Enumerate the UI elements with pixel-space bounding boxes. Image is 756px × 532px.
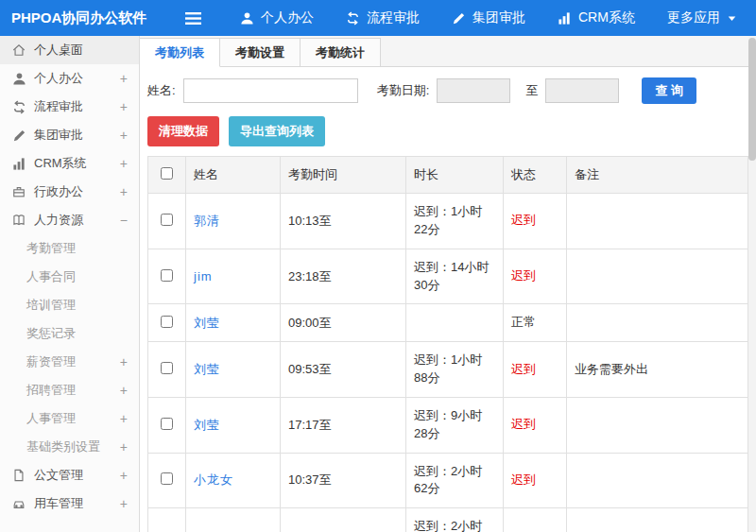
date-to-input[interactable]	[545, 78, 619, 103]
expand-toggle-icon[interactable]: +	[120, 384, 128, 397]
expand-toggle-icon[interactable]: +	[120, 157, 128, 170]
expand-toggle-icon[interactable]: +	[120, 100, 128, 113]
table-row: 管理员10:54至10:54迟到：2小时90分 早退：7小时10分迟到/早退11…	[148, 508, 748, 532]
date-from-input[interactable]	[437, 78, 510, 103]
attendance-time: 17:17至	[281, 397, 406, 453]
note-text	[567, 249, 748, 304]
topnav-item-0[interactable]: 个人办公	[224, 0, 330, 36]
row-checkbox[interactable]	[161, 418, 173, 430]
employee-name-link[interactable]: 刘莹	[194, 418, 220, 432]
note-text	[567, 194, 748, 249]
date-filter-label: 考勤日期:	[377, 82, 430, 99]
topnav-item-1[interactable]: 流程审批	[330, 0, 436, 36]
main-content: 考勤列表考勤设置考勤统计 姓名: 考勤日期: 至 查 询 清理数据 导出查询列表	[140, 36, 756, 532]
sidebar-item-label: 人事合同	[26, 268, 128, 285]
row-checkbox[interactable]	[161, 362, 173, 374]
note-text	[567, 453, 748, 508]
expand-toggle-icon[interactable]: +	[120, 497, 128, 510]
status-text: 迟到	[504, 249, 567, 304]
employee-name-link[interactable]: 郭清	[194, 214, 220, 228]
filter-bar: 姓名: 考勤日期: 至 查 询	[140, 67, 748, 114]
sidebar-item-label: 人事管理	[26, 410, 120, 427]
sidebar-item-14[interactable]: 基础类别设置+	[0, 433, 139, 461]
sidebar-item-8[interactable]: 人事合同	[0, 263, 139, 291]
sidebar-item-2[interactable]: 流程审批+	[0, 93, 139, 121]
topnav-item-4[interactable]: 更多应用	[651, 0, 753, 36]
attendance-table-wrap: 姓名考勤时间时长状态备注 郭清10:13至迟到：1小时22分迟到jim23:18…	[140, 156, 748, 532]
duration-text: 迟到：1小时22分	[406, 194, 504, 249]
tab-0[interactable]: 考勤列表	[140, 38, 220, 67]
note-text	[567, 304, 748, 342]
tab-2[interactable]: 考勤统计	[301, 38, 381, 67]
sidebar-item-7[interactable]: 考勤管理	[0, 234, 139, 263]
attendance-time: 09:00至	[281, 304, 406, 342]
sidebar-item-15[interactable]: 公文管理+	[0, 461, 139, 489]
chart-icon	[12, 157, 27, 171]
expand-toggle-icon[interactable]: +	[120, 355, 128, 369]
name-filter-input[interactable]	[183, 78, 358, 103]
duration-text: 迟到：1小时88分	[406, 342, 504, 398]
table-row: 刘莹09:53至迟到：1小时88分迟到业务需要外出	[148, 342, 748, 398]
row-checkbox[interactable]	[161, 214, 173, 226]
sidebar-item-label: 集团审批	[34, 127, 120, 144]
sidebar-item-4[interactable]: CRM系统+	[0, 149, 139, 178]
sidebar-item-10[interactable]: 奖惩记录	[0, 319, 139, 348]
duration-text: 迟到：2小时90分 早退：7小时10分	[406, 508, 504, 532]
sidebar-item-16[interactable]: 用车管理+	[0, 489, 139, 518]
sidebar-item-6[interactable]: 人力资源−	[0, 206, 139, 234]
sidebar-item-5[interactable]: 行政办公+	[0, 178, 139, 206]
edit-icon	[12, 129, 27, 143]
expand-toggle-icon[interactable]: +	[120, 412, 128, 425]
employee-name-link[interactable]: 小龙女	[194, 472, 233, 487]
row-checkbox[interactable]	[161, 269, 173, 282]
process-icon	[346, 11, 360, 26]
menu-icon[interactable]	[185, 12, 201, 25]
tab-1[interactable]: 考勤设置	[220, 38, 301, 67]
expand-toggle-icon[interactable]: +	[120, 129, 128, 142]
sidebar-item-13[interactable]: 人事管理+	[0, 404, 139, 433]
row-checkbox[interactable]	[161, 316, 173, 328]
clear-data-button[interactable]: 清理数据	[147, 116, 219, 146]
table-body: 郭清10:13至迟到：1小时22分迟到jim23:18至迟到：14小时30分迟到…	[148, 194, 748, 532]
employee-name-link[interactable]: 刘莹	[194, 316, 220, 330]
select-all-checkbox[interactable]	[161, 167, 173, 180]
doc-icon	[12, 469, 27, 482]
sidebar-item-label: 人力资源	[34, 212, 120, 229]
duration-text: 迟到：2小时62分	[406, 453, 504, 508]
column-header-4: 备注	[567, 157, 748, 194]
sidebar-item-11[interactable]: 薪资管理+	[0, 348, 139, 376]
sidebar-item-1[interactable]: 个人办公+	[0, 64, 139, 93]
search-button[interactable]: 查 询	[642, 77, 696, 104]
sidebar-item-label: 培训管理	[26, 297, 128, 314]
column-header-2: 时长	[406, 157, 504, 194]
sidebar-item-label: 公文管理	[34, 467, 120, 484]
tabbar: 考勤列表考勤设置考勤统计	[140, 36, 748, 67]
topnav-item-2[interactable]: 集团审批	[436, 0, 541, 36]
hr-icon	[12, 214, 27, 227]
sidebar-item-label: 基础类别设置	[26, 438, 120, 455]
sidebar-item-0[interactable]: 个人桌面	[0, 36, 139, 64]
sidebar-item-label: 考勤管理	[26, 240, 128, 257]
status-text: 迟到	[504, 453, 567, 508]
row-checkbox[interactable]	[161, 472, 173, 485]
sidebar-item-12[interactable]: 招聘管理+	[0, 376, 139, 404]
scrollbar-thumb[interactable]	[748, 38, 756, 161]
employee-name-link[interactable]: 刘莹	[194, 362, 220, 376]
expand-toggle-icon[interactable]: +	[120, 185, 128, 198]
expand-toggle-icon[interactable]: −	[120, 214, 128, 227]
process-icon	[12, 100, 27, 114]
sidebar-item-3[interactable]: 集团审批+	[0, 121, 139, 149]
expand-toggle-icon[interactable]: +	[120, 72, 128, 85]
expand-toggle-icon[interactable]: +	[120, 440, 128, 454]
employee-name-link[interactable]: jim	[194, 269, 213, 283]
export-list-button[interactable]: 导出查询列表	[229, 116, 325, 146]
sidebar-item-9[interactable]: 培训管理	[0, 291, 139, 319]
to-label: 至	[525, 82, 538, 99]
topbar-nav: 个人办公流程审批集团审批CRM系统更多应用	[224, 0, 753, 36]
topbar: PHPOA协同办公软件 个人办公流程审批集团审批CRM系统更多应用	[0, 0, 756, 36]
topnav-label: 个人办公	[261, 9, 314, 26]
expand-toggle-icon[interactable]: +	[120, 469, 128, 482]
sidebar-item-label: 奖惩记录	[26, 325, 128, 342]
topnav-item-3[interactable]: CRM系统	[541, 0, 651, 36]
vertical-scrollbar[interactable]	[748, 36, 756, 532]
